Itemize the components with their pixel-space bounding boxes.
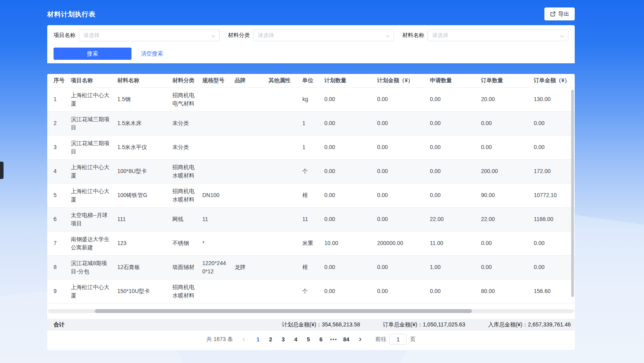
table-cell: 上海松江中心大厦	[68, 183, 114, 207]
table-cell: 滨江花城三期项目	[68, 111, 114, 135]
table-cell: 111	[114, 207, 169, 231]
chevron-down-icon	[385, 33, 390, 40]
sidebar-collapse-handle[interactable]	[0, 162, 4, 179]
chevron-down-icon	[211, 33, 216, 40]
table-cell: 22.00	[427, 207, 478, 231]
search-button[interactable]: 搜索	[54, 48, 131, 60]
export-button[interactable]: 导出	[544, 7, 575, 20]
table-cell: 1.5米木床	[114, 111, 169, 135]
filter-material-name: 材料名称 请选择	[402, 29, 568, 41]
page-number-list: 123456•••84	[252, 334, 352, 345]
material-name-select[interactable]: 请选择	[427, 29, 568, 41]
table-row: 5上海松江中心大厦100铸铁管G招商机电水暖材料DN100根0.000.000.…	[47, 183, 575, 207]
table-cell: 11	[299, 207, 321, 231]
filter-material-category: 材料分类 请选择	[228, 29, 394, 41]
table-cell	[199, 135, 231, 159]
table-cell: 墙面辅材	[169, 255, 199, 279]
table-cell: 招商机电水暖材料	[169, 183, 199, 207]
table-cell: 11.00	[427, 231, 478, 255]
table-cell: 0.00	[531, 135, 575, 159]
table-cell: 招商机电水暖材料	[169, 159, 199, 183]
table-cell: 0.00	[427, 183, 478, 207]
table-cell	[265, 279, 299, 303]
table-cell: DN100	[199, 183, 231, 207]
table-cell	[265, 159, 299, 183]
column-header: 项目名称	[68, 74, 114, 87]
table-cell	[265, 231, 299, 255]
table-cell: 个	[299, 279, 321, 303]
column-header: 材料分类	[169, 74, 199, 87]
table-cell: 0.00	[321, 279, 374, 303]
table-cell: 10.00	[321, 231, 374, 255]
table-cell: 20.00	[478, 87, 531, 111]
table-cell: 0.00	[321, 255, 374, 279]
page-number-button[interactable]: 2	[265, 334, 276, 345]
table-cell	[265, 87, 299, 111]
page-number-button[interactable]: 5	[303, 334, 314, 345]
pagination: 共 1673 条 123456•••84 前往 页	[47, 331, 575, 348]
table-cell: 3	[47, 135, 68, 159]
goto-suffix: 页	[410, 336, 415, 343]
page-number-button[interactable]: 1	[252, 334, 263, 345]
table-cell: 2	[47, 111, 68, 135]
table-cell: 80.00	[478, 279, 531, 303]
table-cell: 11	[199, 207, 231, 231]
column-header: 规格型号	[199, 74, 231, 87]
table-cell: 1.5米水平仪	[114, 135, 169, 159]
page-number-button[interactable]: 3	[278, 334, 289, 345]
clear-search-link[interactable]: 清空搜索	[141, 50, 163, 57]
vertical-scrollbar[interactable]	[571, 90, 574, 297]
table-cell: 150*10U型卡	[114, 279, 169, 303]
table-cell: 米重	[299, 231, 321, 255]
table-cell: 0.00	[478, 231, 531, 255]
table-cell	[231, 111, 265, 135]
table-cell: 0.00	[321, 111, 374, 135]
table-cell	[199, 159, 231, 183]
horizontal-scrollbar-thumb[interactable]	[95, 309, 472, 313]
table-cell: 200000.00	[374, 231, 427, 255]
table-cell	[265, 135, 299, 159]
column-header: 品牌	[231, 74, 265, 87]
summary-row: 合计 计划总金额(¥)：354,568,213.58 订单总金额(¥)：1,05…	[47, 319, 575, 331]
table-cell: 8	[47, 255, 68, 279]
table-cell: 龙牌	[231, 255, 265, 279]
page-number-button[interactable]: 6	[315, 334, 326, 345]
project-name-select[interactable]: 请选择	[79, 29, 220, 41]
column-header: 申请数量	[427, 74, 478, 87]
table-cell: 0.00	[478, 255, 531, 279]
table-cell: 0.00	[321, 135, 374, 159]
column-header: 单位	[299, 74, 321, 87]
filter-label: 项目名称	[54, 32, 76, 39]
table-cell: 0.00	[427, 111, 478, 135]
table-cell: 0.00	[374, 279, 427, 303]
select-placeholder: 请选择	[258, 32, 274, 39]
table-cell: 不锈钢	[169, 231, 199, 255]
page-number-button[interactable]: 84	[341, 334, 352, 345]
order-total-amount: 订单总金额(¥)：1,050,117,025.63	[383, 321, 465, 328]
material-category-select[interactable]: 请选择	[253, 29, 394, 41]
next-page-button[interactable]	[355, 334, 366, 345]
table-cell: 上海松江中心大厦	[68, 159, 114, 183]
table-cell: 130.00	[531, 87, 575, 111]
column-header: 序号	[47, 74, 68, 87]
table-cell: 上海松江中心大厦	[68, 87, 114, 111]
table-cell: 10772.10	[531, 183, 575, 207]
filter-project-name: 项目名称 请选择	[54, 29, 220, 41]
table-cell: 90.00	[478, 183, 531, 207]
table-cell: 0.00	[374, 159, 427, 183]
table-body: 1上海松江中心大厦1.5钢招商机电电气材料kg0.000.000.0020.00…	[47, 87, 575, 303]
goto-page-input[interactable]	[389, 334, 407, 345]
table-cell: 0.00	[374, 135, 427, 159]
table-row: 2滨江花城三期项目1.5米木床未分类10.000.000.000.000.00	[47, 111, 575, 135]
select-placeholder: 请选择	[432, 32, 448, 39]
table-cell: 1220*2440*12	[199, 255, 231, 279]
column-header: 其他属性	[265, 74, 299, 87]
table-cell: 个	[299, 159, 321, 183]
table-cell: 招商机电水暖材料	[169, 279, 199, 303]
table-cell: 100*8U型卡	[114, 159, 169, 183]
page-number-button[interactable]: 4	[290, 334, 301, 345]
table-cell: 123	[114, 231, 169, 255]
table-cell: 0.00	[321, 207, 374, 231]
column-header: 订单金额（¥）	[531, 74, 575, 87]
prev-page-button[interactable]	[238, 334, 249, 345]
